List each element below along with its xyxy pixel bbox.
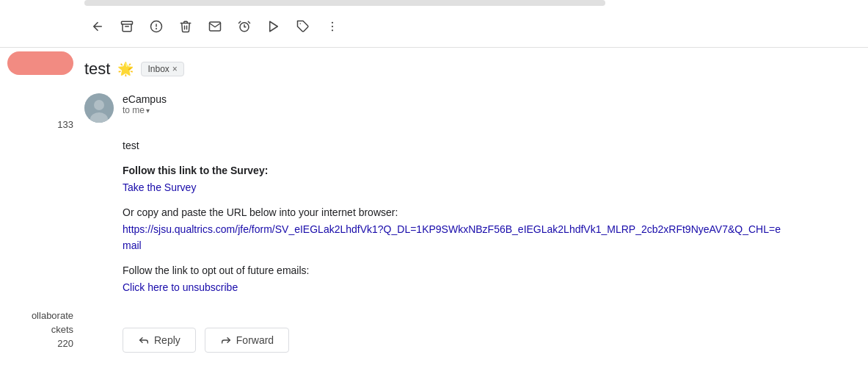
reply-icon <box>138 334 150 346</box>
delete-button[interactable] <box>172 13 199 40</box>
sidebar-count-220: 220 <box>57 338 73 349</box>
to-me-chevron-icon: ▾ <box>146 107 150 115</box>
reply-button[interactable]: Reply <box>123 328 196 353</box>
sender-name: eCampus <box>123 93 784 105</box>
subject-star-icon: 🌟 <box>117 61 134 77</box>
email-meta: eCampus to me ▾ <box>123 93 784 115</box>
body-copy-paste: Or copy and paste the URL below into you… <box>123 204 784 253</box>
archive-button[interactable] <box>114 13 140 40</box>
email-body: test Follow this link to the Survey: Tak… <box>84 132 784 316</box>
svg-point-12 <box>94 100 104 110</box>
move-button[interactable] <box>260 13 287 40</box>
scroll-bar <box>84 0 605 6</box>
svg-marker-6 <box>270 21 278 32</box>
email-subject: test <box>84 60 110 79</box>
mark-unread-button[interactable] <box>202 13 228 40</box>
inbox-badge: Inbox × <box>141 62 183 76</box>
body-test-line: test <box>123 137 784 154</box>
full-url-link[interactable]: https://sjsu.qualtrics.com/jfe/form/SV_e… <box>123 223 781 251</box>
unsubscribe-text: Follow the link to opt out of future ema… <box>123 264 309 276</box>
sender-avatar <box>84 93 114 123</box>
email-subject-row: test 🌟 Inbox × <box>84 48 784 84</box>
reply-label: Reply <box>154 334 180 346</box>
report-button[interactable] <box>143 13 169 40</box>
svg-point-4 <box>156 29 157 29</box>
sidebar-bottom: ollaborate ckets 220 <box>0 310 82 349</box>
sidebar-tickets: ckets <box>51 324 73 335</box>
body-survey-intro: Follow this link to the Survey: Take the… <box>123 162 784 195</box>
inbox-badge-close[interactable]: × <box>172 64 178 74</box>
email-header: eCampus to me ▾ <box>84 84 784 132</box>
bold-survey-text: Follow this link to the Survey: <box>123 165 268 176</box>
forward-label: Forward <box>236 334 274 346</box>
copy-paste-text: Or copy and paste the URL below into you… <box>123 206 398 218</box>
toolbar <box>0 6 868 48</box>
inbox-badge-label: Inbox <box>147 64 169 74</box>
svg-rect-0 <box>122 21 133 24</box>
back-button[interactable] <box>84 13 111 40</box>
sidebar-left: 133 <box>0 51 82 130</box>
forward-icon <box>220 334 232 346</box>
more-button[interactable] <box>319 13 346 40</box>
sidebar-collaborate: ollaborate <box>32 310 73 321</box>
email-container: test 🌟 Inbox × eCampus to me ▾ test Foll… <box>0 48 868 364</box>
forward-button[interactable]: Forward <box>205 328 289 353</box>
body-unsubscribe: Follow the link to opt out of future ema… <box>123 262 784 295</box>
to-me-label: to me <box>123 105 145 115</box>
take-survey-link[interactable]: Take the Survey <box>123 181 196 193</box>
unsubscribe-link[interactable]: Click here to unsubscribe <box>123 281 238 293</box>
svg-point-10 <box>332 29 333 31</box>
snooze-button[interactable] <box>231 13 258 40</box>
label-button[interactable] <box>290 13 316 40</box>
svg-point-9 <box>332 26 333 27</box>
svg-point-8 <box>332 22 333 24</box>
sidebar-count-133: 133 <box>57 119 73 130</box>
sidebar-pink-block <box>7 51 73 75</box>
to-me-row[interactable]: to me ▾ <box>123 105 784 115</box>
reply-actions: Reply Forward <box>84 316 784 364</box>
